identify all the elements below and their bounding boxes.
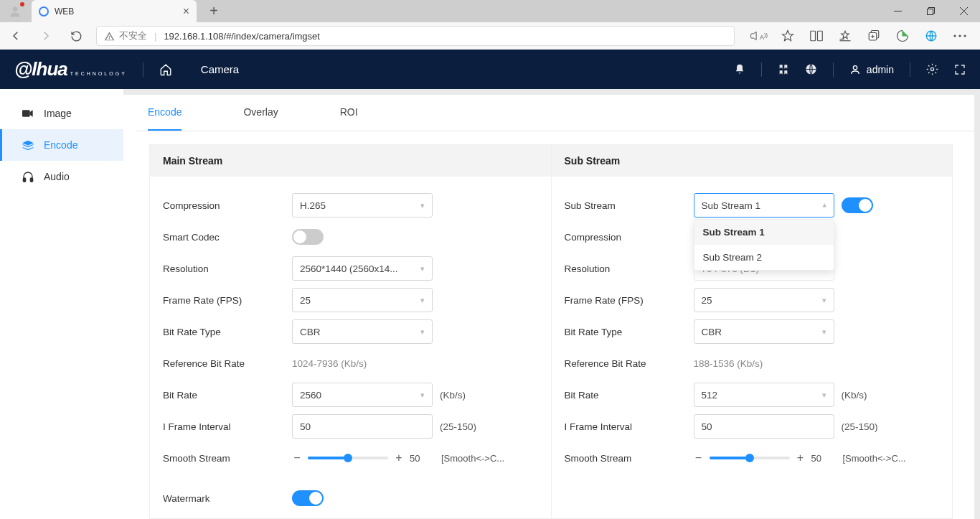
- insecure-site-indicator[interactable]: 不安全: [104, 29, 147, 42]
- chevron-down-icon: ▾: [822, 327, 826, 337]
- network-icon[interactable]: [805, 63, 817, 75]
- watermark-toggle[interactable]: [292, 490, 324, 506]
- svg-point-0: [13, 6, 18, 11]
- svg-rect-7: [818, 31, 823, 41]
- label-ref-bit-rate: Reference Bit Rate: [163, 358, 292, 369]
- label-bit-rate-type-sub: Bit Rate Type: [565, 327, 694, 337]
- favorites-list-icon[interactable]: [837, 27, 854, 45]
- chevron-down-icon: ▾: [420, 391, 425, 400]
- label-i-frame: I Frame Interval: [163, 421, 292, 432]
- i-frame-input[interactable]: 50: [292, 414, 433, 439]
- slider-plus-button[interactable]: +: [394, 452, 404, 464]
- svg-point-19: [930, 67, 933, 70]
- url-text: 192.168.1.108/#/index/camera/imgset: [164, 31, 320, 42]
- bit-rate-sub-select[interactable]: 512▾: [694, 383, 834, 407]
- frame-rate-sub-select[interactable]: 25▾: [694, 288, 834, 312]
- home-icon[interactable]: [159, 63, 172, 76]
- chevron-down-icon: ▾: [420, 201, 425, 210]
- main-stream-title: Main Stream: [150, 145, 551, 177]
- svg-point-14: [953, 34, 956, 37]
- slider-minus-button[interactable]: −: [694, 452, 704, 464]
- sidebar-item-encode[interactable]: Encode: [0, 129, 123, 161]
- bit-rate-type-select[interactable]: CBR▾: [292, 319, 433, 344]
- tab-roi[interactable]: ROI: [340, 95, 358, 131]
- fullscreen-icon[interactable]: [954, 64, 966, 75]
- slider-minus-button[interactable]: −: [292, 452, 302, 464]
- user-name: admin: [867, 64, 894, 75]
- refresh-button[interactable]: [66, 26, 86, 46]
- label-frame-rate-sub: Frame Rate (FPS): [565, 295, 694, 306]
- dropdown-option[interactable]: Sub Stream 2: [694, 245, 834, 270]
- user-icon: [849, 64, 861, 75]
- sidebar-item-image[interactable]: Image: [0, 98, 123, 129]
- read-aloud-icon[interactable]: A)): [750, 27, 768, 45]
- tab-encode[interactable]: Encode: [148, 95, 182, 131]
- svg-point-16: [963, 34, 966, 37]
- smooth-sub-value: 50: [811, 453, 829, 464]
- bit-rate-type-sub-select[interactable]: CBR▾: [694, 319, 834, 344]
- ref-bit-rate-value: 1024-7936 (Kb/s): [292, 358, 367, 369]
- label-smooth: Smooth Stream: [163, 453, 292, 464]
- label-frame-rate: Frame Rate (FPS): [163, 295, 292, 306]
- tab-title: WEB: [55, 6, 183, 17]
- forward-button: [36, 26, 56, 46]
- sub-stream-title: Sub Stream: [552, 145, 953, 177]
- bit-rate-select[interactable]: 2560▾: [292, 383, 433, 407]
- chevron-down-icon: ▾: [420, 264, 425, 273]
- user-menu[interactable]: admin: [849, 64, 894, 75]
- label-bit-rate: Bit Rate: [163, 390, 292, 401]
- label-sub-stream: Sub Stream: [565, 200, 694, 211]
- sidebar-item-label: Encode: [44, 139, 77, 151]
- sub-stream-select[interactable]: Sub Stream 1 ▾: [694, 193, 834, 218]
- tab-close-icon[interactable]: ×: [183, 6, 189, 17]
- smooth-slider[interactable]: [308, 457, 388, 459]
- smart-codec-toggle[interactable]: [292, 229, 324, 245]
- sidebar: Image Encode Audio: [0, 89, 123, 519]
- new-tab-button[interactable]: +: [204, 3, 224, 19]
- svg-rect-3: [927, 9, 933, 15]
- window-close-button[interactable]: [947, 0, 980, 22]
- smooth-sub-slider[interactable]: [710, 457, 790, 459]
- chevron-down-icon: ▾: [420, 327, 425, 337]
- chevron-down-icon: ▾: [822, 391, 826, 400]
- performance-icon[interactable]: [894, 27, 911, 45]
- back-button[interactable]: [6, 26, 26, 46]
- label-watermark: Watermark: [163, 493, 292, 504]
- smooth-caption: [Smooth<->C...: [441, 453, 504, 464]
- label-ref-bit-rate-sub: Reference Bit Rate: [565, 358, 694, 369]
- resolution-select[interactable]: 2560*1440 (2560x14...▾: [292, 256, 433, 281]
- camera-icon: [22, 108, 34, 118]
- sidebar-item-audio[interactable]: Audio: [0, 161, 123, 192]
- apps-icon[interactable]: [778, 64, 789, 75]
- sub-stream-toggle[interactable]: [842, 197, 873, 213]
- more-icon[interactable]: [951, 27, 969, 45]
- bit-rate-sub-unit: (Kb/s): [842, 390, 867, 401]
- notifications-icon[interactable]: [734, 63, 745, 75]
- svg-rect-22: [30, 178, 32, 182]
- svg-rect-20: [22, 110, 30, 116]
- app-header: @lhua TECHNOLOGY Camera admin: [0, 50, 980, 89]
- sub-stream-column: Sub Stream Sub Stream Sub Stream 1 ▾: [551, 145, 953, 518]
- window-maximize-button[interactable]: [914, 0, 947, 22]
- page-title: Camera: [201, 63, 239, 75]
- label-compression: Compression: [163, 200, 292, 211]
- ref-bit-rate-sub-value: 188-1536 (Kb/s): [694, 358, 763, 369]
- window-minimize-button[interactable]: [881, 0, 914, 22]
- compression-select[interactable]: H.265▾: [292, 193, 433, 218]
- label-bit-rate-sub: Bit Rate: [565, 390, 694, 401]
- favorite-icon[interactable]: [779, 27, 796, 45]
- ie-mode-icon[interactable]: [923, 27, 940, 45]
- tab-overlay[interactable]: Overlay: [243, 95, 278, 131]
- collections-icon[interactable]: [865, 27, 882, 45]
- split-screen-icon[interactable]: [808, 27, 825, 45]
- content-tabs: Encode Overlay ROI: [136, 95, 974, 131]
- frame-rate-select[interactable]: 25▾: [292, 288, 433, 312]
- sidebar-item-label: Audio: [44, 171, 70, 182]
- i-frame-sub-input[interactable]: 50: [694, 414, 834, 439]
- slider-plus-button[interactable]: +: [796, 452, 806, 464]
- settings-icon[interactable]: [926, 63, 938, 75]
- browser-tab[interactable]: WEB ×: [32, 0, 197, 22]
- profile-icon[interactable]: [4, 1, 26, 22]
- dropdown-option[interactable]: Sub Stream 1: [694, 220, 834, 245]
- address-bar[interactable]: 不安全 | 192.168.1.108/#/index/camera/imgse…: [96, 26, 735, 46]
